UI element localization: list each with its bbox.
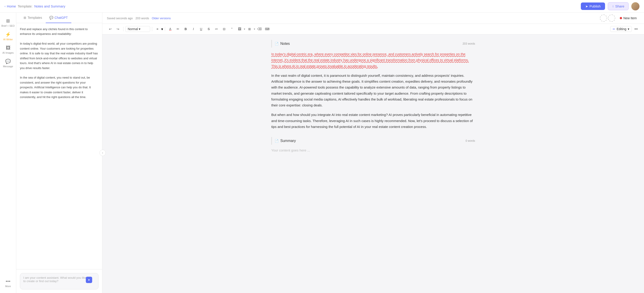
send-icon: ➤ — [88, 278, 90, 282]
align-dropdown[interactable]: ≡ ▾ — [154, 26, 163, 32]
more-options-button[interactable]: ••• — [633, 26, 640, 32]
sidebar-item-ai-writer[interactable]: ⚡ AI Writer — [0, 30, 16, 42]
bold-button[interactable]: B — [182, 26, 189, 32]
notes-paragraph-1[interactable]: In today's digital-centric era, where ev… — [271, 51, 475, 69]
redo-button[interactable]: ↪ — [114, 26, 121, 32]
tab-templates[interactable]: ⊞ Templates — [20, 13, 46, 23]
template-name: Notes and Summary — [34, 4, 65, 8]
share-button[interactable]: ↑ Share — [608, 2, 628, 10]
notes-section: 📄 Notes 203 words In today's digital-cen… — [271, 40, 475, 130]
panel-tabs: ⊞ Templates 💬 ChatGPT — [16, 13, 102, 23]
new-item-label: New Item — [624, 16, 637, 20]
editing-pencil-icon: ✏ — [613, 28, 615, 31]
user-avatar[interactable] — [631, 2, 640, 10]
style-dropdown-chevron: ▾ — [139, 27, 140, 31]
lightning-icon: ⚡ — [5, 32, 11, 37]
sidebar-item-more[interactable]: ••• More — [0, 277, 16, 290]
italic-button[interactable]: I — [190, 26, 197, 32]
word-count: 203 words — [136, 16, 149, 20]
top-nav-left: ‹ Home Template: Notes and Summary — [4, 4, 65, 8]
quote-button[interactable]: " — [228, 26, 235, 32]
editor-topbar: Saved seconds ago 203 words Older versio… — [102, 13, 644, 24]
table-button[interactable]: ⊞ — [246, 26, 253, 32]
sidebar-item-ai-images[interactable]: 🖼 AI Images — [0, 44, 16, 56]
notes-paragraph-2[interactable]: In the vast realm of digital content, it… — [271, 73, 475, 108]
home-label: Home — [7, 4, 16, 8]
editor-content: 📄 Notes 203 words In today's digital-cen… — [102, 34, 644, 293]
chatgpt-icon: 💬 — [49, 16, 53, 20]
home-button[interactable]: ‹ Home — [4, 4, 16, 8]
bullet-list-button[interactable]: ≔ — [213, 26, 220, 32]
summary-section-header: 📄 Summary 0 words — [271, 137, 475, 145]
editor-area: Saved seconds ago 203 words Older versio… — [102, 13, 644, 293]
editor-inner: 📄 Notes 203 words In today's digital-cen… — [271, 40, 475, 152]
image-dropdown-chevron: ▾ — [244, 28, 245, 30]
editing-dropdown[interactable]: ✏ Editing ▾ — [610, 26, 632, 32]
chat-panel: ⊞ Templates 💬 ChatGPT ‹ Find and replace… — [16, 13, 102, 293]
collab-avatars — [600, 14, 615, 22]
new-item-button[interactable]: New Item — [617, 15, 640, 21]
undo-button[interactable]: ↩ — [107, 26, 114, 32]
notes-title-row: 📄 Notes — [275, 42, 290, 46]
numbered-list-button[interactable]: ⊟ — [221, 26, 228, 32]
underline-button[interactable]: U — [198, 26, 204, 32]
publish-label: Publish — [590, 4, 600, 8]
topbar-right: New Item — [600, 14, 640, 22]
image-icon: 🖼 — [6, 45, 10, 50]
sidebar-label-ai-writer: AI Writer — [3, 38, 13, 41]
publish-button[interactable]: ➤ Publish — [581, 2, 605, 10]
older-versions-link[interactable]: Older versions — [152, 16, 171, 20]
toolbar-divider-2 — [152, 27, 152, 31]
avatar-image — [631, 2, 640, 10]
style-label: Normal — [128, 27, 138, 31]
notes-section-header: 📄 Notes 203 words — [271, 40, 475, 48]
template-prefix: Template: — [18, 4, 32, 8]
tab-chatgpt[interactable]: 💬 ChatGPT — [46, 13, 71, 23]
panel-content: Find and replace any clichés found in th… — [16, 23, 102, 269]
top-nav-right: ➤ Publish ↑ Share — [581, 2, 640, 10]
share-label: Share — [615, 4, 624, 8]
editing-chevron: ▾ — [628, 27, 629, 31]
notes-paragraph-3[interactable]: But when and how should you integrate AI… — [271, 112, 475, 130]
chat-input-area: I am your content assistant. What would … — [16, 269, 102, 293]
tab-chatgpt-label: ChatGPT — [54, 16, 68, 20]
sidebar-label-more: More — [5, 285, 11, 288]
more-dots-icon: ••• — [6, 279, 10, 284]
text-color-button[interactable]: A — [167, 26, 174, 32]
align-button[interactable]: ≡ — [154, 26, 161, 32]
toolbar-divider-1 — [123, 27, 124, 31]
collab-avatar-1[interactable] — [600, 14, 607, 22]
templates-icon: ⊞ — [24, 16, 26, 20]
code-button[interactable]: ⌨ — [264, 26, 270, 32]
sidebar-item-brief-seo[interactable]: ⊞ Brief + SEO — [0, 16, 16, 29]
meta-info: Saved seconds ago 203 words Older versio… — [107, 16, 598, 20]
chat-send-button[interactable]: ➤ — [86, 277, 92, 283]
summary-placeholder[interactable]: Your content goes here ... — [271, 148, 475, 152]
strikethrough-button[interactable]: S — [206, 26, 212, 32]
panel-collapse-button[interactable]: ‹ — [100, 150, 106, 156]
notes-title: Notes — [280, 42, 290, 46]
sidebar-label-message: Message — [3, 65, 13, 68]
chat-input-wrapper: I am your content assistant. What would … — [20, 273, 98, 290]
sidebar-label-brief-seo: Brief + SEO — [1, 24, 14, 27]
suggestion-text: Find and replace any clichés found in th… — [20, 27, 98, 100]
sidebar-item-message[interactable]: 💬 Message — [0, 57, 16, 70]
highlight-button[interactable]: ✏ — [174, 26, 182, 32]
main-layout: ⊞ Brief + SEO ⚡ AI Writer 🖼 AI Images 💬 … — [0, 13, 644, 293]
sidebar-label-ai-images: AI Images — [2, 52, 14, 54]
summary-title: Summary — [280, 139, 296, 143]
notes-icon: 📄 — [275, 42, 278, 46]
summary-section: 📄 Summary 0 words Your content goes here… — [271, 137, 475, 152]
style-dropdown[interactable]: Normal ▾ — [125, 26, 150, 32]
saved-status: Saved seconds ago — [107, 16, 133, 20]
home-chevron-icon: ‹ — [4, 4, 6, 8]
image-insert-button[interactable]: 🖼 — [236, 26, 243, 32]
collab-avatar-2[interactable] — [608, 14, 615, 22]
icon-sidebar: ⊞ Brief + SEO ⚡ AI Writer 🖼 AI Images 💬 … — [0, 13, 16, 293]
notes-word-count: 203 words — [462, 42, 475, 45]
publish-icon: ➤ — [585, 4, 588, 8]
toolbar-divider-3 — [165, 27, 165, 31]
share-icon: ↑ — [612, 4, 614, 8]
clear-format-button[interactable]: ⌫ — [256, 26, 263, 32]
grid-icon: ⊞ — [6, 18, 10, 24]
